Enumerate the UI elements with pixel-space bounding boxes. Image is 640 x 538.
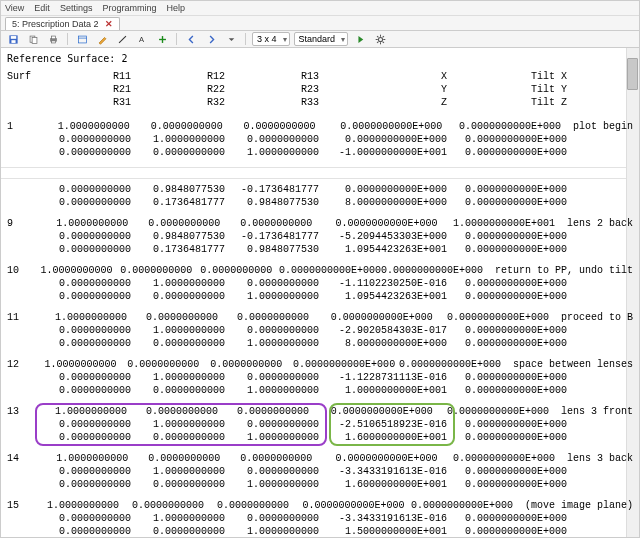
menu-help[interactable]: Help bbox=[166, 3, 185, 13]
grid-combo[interactable]: 3 x 4 bbox=[252, 32, 290, 46]
reference-line: Reference Surface: 2 bbox=[1, 48, 639, 70]
surface-row: 111.00000000000.00000000000.00000000000.… bbox=[7, 311, 633, 350]
text-a-icon[interactable]: A bbox=[134, 31, 150, 47]
svg-point-14 bbox=[378, 37, 382, 41]
surface-row: 11.00000000000.00000000000.00000000000.0… bbox=[7, 120, 633, 159]
print-icon[interactable] bbox=[45, 31, 61, 47]
surface-row: 101.00000000000.00000000000.00000000000.… bbox=[7, 264, 633, 303]
svg-line-22 bbox=[382, 36, 383, 37]
column-headers: SurfR11R12R13XTilt XR21R22R23YTilt YR31R… bbox=[1, 70, 639, 110]
data-rows-top: 11.00000000000.00000000000.00000000000.0… bbox=[1, 120, 639, 159]
svg-line-21 bbox=[377, 41, 378, 42]
content-area: Reference Surface: 2 SurfR11R12R13XTilt … bbox=[1, 48, 639, 538]
app-window: ViewEditSettingsProgrammingHelp 5: Presc… bbox=[0, 0, 640, 538]
toolbar: A 3 x 4 Standard bbox=[1, 31, 639, 48]
svg-rect-4 bbox=[32, 37, 37, 43]
menubar: ViewEditSettingsProgrammingHelp bbox=[1, 1, 639, 16]
plus-icon[interactable] bbox=[154, 31, 170, 47]
dropdown-icon[interactable] bbox=[223, 31, 239, 47]
forward-icon[interactable] bbox=[203, 31, 219, 47]
line-icon[interactable] bbox=[114, 31, 130, 47]
svg-line-19 bbox=[377, 36, 378, 37]
svg-rect-8 bbox=[78, 36, 86, 43]
tab-label: 5: Prescription Data 2 bbox=[12, 19, 99, 29]
save-icon[interactable] bbox=[5, 31, 21, 47]
section-gap bbox=[1, 167, 639, 179]
surface-row: 0.00000000000.9848077530-0.17364817770.0… bbox=[7, 183, 633, 209]
surface-row: 121.00000000000.00000000000.00000000000.… bbox=[7, 358, 633, 397]
data-rows-main: 91.00000000000.00000000000.00000000000.0… bbox=[1, 217, 639, 539]
surface-row: 131.00000000000.00000000000.00000000000.… bbox=[7, 405, 633, 444]
play-icon[interactable] bbox=[352, 31, 368, 47]
separator bbox=[245, 33, 246, 45]
separator bbox=[67, 33, 68, 45]
tab-prescription-data[interactable]: 5: Prescription Data 2 ✕ bbox=[5, 17, 120, 30]
style-combo[interactable]: Standard bbox=[294, 32, 349, 46]
menu-programming[interactable]: Programming bbox=[102, 3, 156, 13]
data-rows-fragment: 0.00000000000.9848077530-0.17364817770.0… bbox=[1, 183, 639, 209]
window-icon[interactable] bbox=[74, 31, 90, 47]
svg-line-20 bbox=[382, 41, 383, 42]
menu-view[interactable]: View bbox=[5, 3, 24, 13]
pencil-icon[interactable] bbox=[94, 31, 110, 47]
separator bbox=[176, 33, 177, 45]
svg-rect-2 bbox=[11, 40, 15, 43]
tab-bar: 5: Prescription Data 2 ✕ bbox=[1, 16, 639, 31]
copy-icon[interactable] bbox=[25, 31, 41, 47]
back-icon[interactable] bbox=[183, 31, 199, 47]
svg-rect-7 bbox=[51, 40, 55, 42]
svg-text:A: A bbox=[139, 35, 145, 44]
grid-combo-label: 3 x 4 bbox=[257, 34, 277, 44]
style-combo-label: Standard bbox=[299, 34, 336, 44]
svg-line-10 bbox=[119, 36, 126, 43]
surface-row: 141.00000000000.00000000000.00000000000.… bbox=[7, 452, 633, 491]
surface-row: 91.00000000000.00000000000.00000000000.0… bbox=[7, 217, 633, 256]
menu-settings[interactable]: Settings bbox=[60, 3, 93, 13]
gear-icon[interactable] bbox=[372, 31, 388, 47]
svg-rect-6 bbox=[51, 36, 55, 39]
close-icon[interactable]: ✕ bbox=[105, 19, 113, 29]
svg-rect-1 bbox=[10, 36, 16, 39]
menu-edit[interactable]: Edit bbox=[34, 3, 50, 13]
surface-row: 151.00000000000.00000000000.00000000000.… bbox=[7, 499, 633, 538]
